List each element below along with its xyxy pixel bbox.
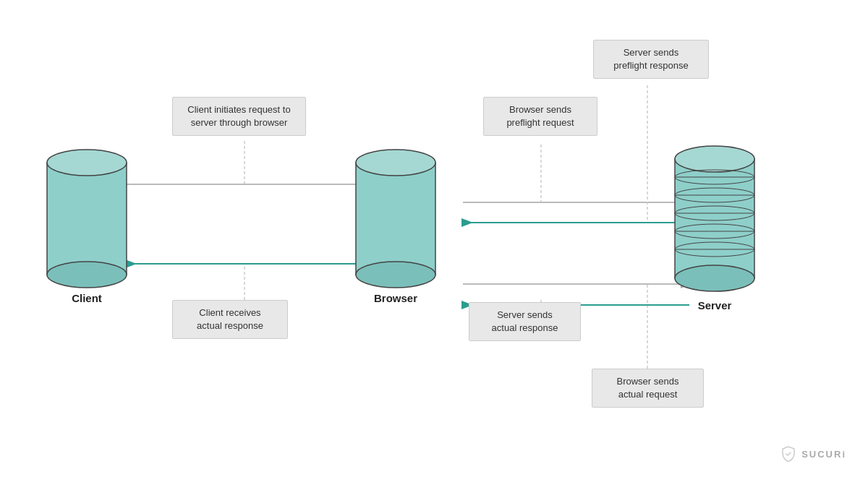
diagram-container: Client Browser Server	[0, 0, 868, 477]
sucuri-shield-icon	[780, 445, 797, 463]
server-label: Server	[698, 299, 732, 311]
desc-server-actual-resp: Server sendsactual response	[469, 302, 581, 341]
svg-point-17	[356, 150, 435, 176]
client-label: Client	[72, 292, 102, 304]
svg-point-13	[47, 262, 127, 288]
svg-point-14	[47, 150, 127, 176]
svg-point-16	[356, 262, 435, 288]
svg-point-19	[675, 146, 754, 172]
desc-browser-actual-req: Browser sendsactual request	[592, 369, 704, 408]
sucuri-text: SUCURi	[801, 449, 846, 460]
sucuri-brand: SUCURi	[780, 445, 846, 463]
desc-server-preflight-resp: Server sendspreflight response	[593, 40, 709, 79]
svg-rect-15	[356, 163, 435, 275]
desc-client-actual-resp: Client receivesactual response	[172, 300, 288, 339]
server-entity: Server	[671, 141, 758, 311]
browser-entity: Browser	[352, 145, 439, 304]
browser-label: Browser	[374, 292, 417, 304]
svg-rect-12	[47, 163, 127, 275]
desc-browser-preflight-req: Browser sendspreflight request	[483, 97, 597, 136]
svg-point-30	[675, 265, 754, 291]
client-entity: Client	[43, 145, 130, 304]
desc-client-initiates: Client initiates request toserver throug…	[172, 97, 306, 136]
